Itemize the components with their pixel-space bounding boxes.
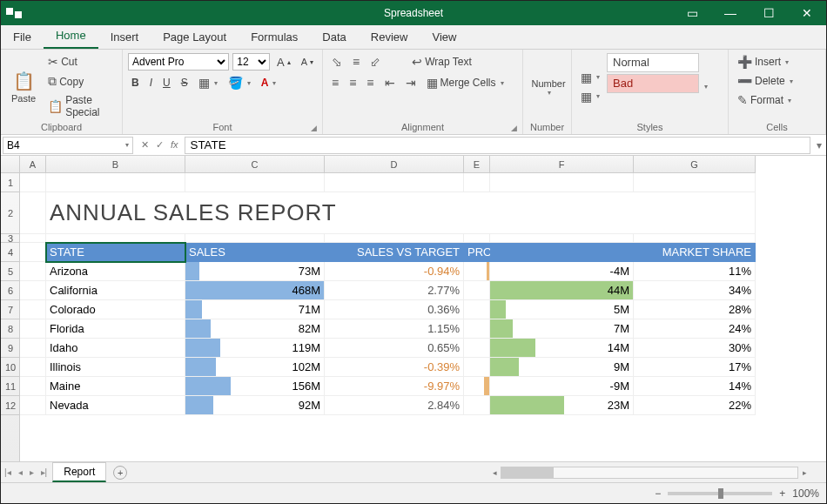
hscroll-thumb[interactable] <box>501 467 554 478</box>
enter-formula-button[interactable]: ✓ <box>153 139 166 151</box>
name-box[interactable]: B4▾ <box>3 137 133 154</box>
zoom-in-button[interactable]: + <box>779 487 785 500</box>
cell-profit[interactable]: 14M <box>490 339 634 358</box>
cell-profit-bar-neg[interactable] <box>464 396 490 415</box>
cell-profit[interactable]: 7M <box>490 319 634 339</box>
cell-sales[interactable]: 119M <box>185 339 325 358</box>
sheet-nav-prev-button[interactable]: ◂ <box>15 467 26 477</box>
col-header-G[interactable]: G <box>634 156 756 173</box>
font-name-select[interactable]: Advent Pro <box>128 53 229 71</box>
row-header-11[interactable]: 11 <box>1 377 20 396</box>
copy-button[interactable]: ⧉Copy <box>44 72 117 91</box>
hscroll-right-button[interactable]: ▸ <box>798 468 810 477</box>
cell-market-share[interactable]: 34% <box>634 281 756 300</box>
cell-state[interactable]: Arizona <box>46 262 185 281</box>
merge-cells-button[interactable]: ▦Merge Cells▾ <box>423 74 508 91</box>
cell-sales[interactable]: 102M <box>185 358 325 377</box>
expand-formula-icon[interactable]: ▾ <box>812 139 826 151</box>
namebox-dropdown-icon[interactable]: ▾ <box>125 141 129 149</box>
cell-sales-vs-target[interactable]: -9.97% <box>325 377 464 396</box>
cell-market-share[interactable]: 17% <box>634 358 756 377</box>
align-top-button[interactable]: ⬂ <box>328 53 346 71</box>
wrap-text-button[interactable]: ↩Wrap Text <box>408 53 475 71</box>
underline-button[interactable]: U <box>159 75 174 91</box>
sheet-nav-last-button[interactable]: ▸| <box>37 467 51 477</box>
cell-style-bad[interactable]: Bad <box>607 74 699 93</box>
cell-sales-vs-target[interactable]: 0.65% <box>325 339 464 358</box>
row-header-1[interactable]: 1 <box>1 173 20 192</box>
cell-profit-bar-neg[interactable] <box>464 262 490 281</box>
cell-profit[interactable]: 5M <box>490 300 634 319</box>
zoom-slider[interactable] <box>668 492 772 495</box>
cell-sales[interactable]: 82M <box>185 319 325 339</box>
cell-market-share[interactable]: 28% <box>634 300 756 319</box>
align-left-button[interactable]: ≡ <box>328 74 342 91</box>
cell-profit[interactable]: 9M <box>490 358 634 377</box>
tab-home[interactable]: Home <box>44 24 98 49</box>
cut-button[interactable]: ✂Cut <box>44 53 117 71</box>
cell-state[interactable]: Colorado <box>46 300 185 319</box>
header-state[interactable]: STATE <box>46 243 185 262</box>
cell-market-share[interactable]: 14% <box>634 377 756 396</box>
cancel-formula-button[interactable]: ✕ <box>138 139 151 151</box>
font-color-button[interactable]: A▾ <box>258 75 280 91</box>
cell-sales[interactable]: 468M <box>185 281 325 300</box>
cell-state[interactable]: Maine <box>46 377 185 396</box>
formula-input[interactable] <box>185 137 810 154</box>
col-header-D[interactable]: D <box>325 156 464 173</box>
tab-file[interactable]: File <box>1 26 44 49</box>
zoom-level[interactable]: 100% <box>792 487 819 500</box>
cell-profit-bar-neg[interactable] <box>464 281 490 300</box>
decrease-indent-button[interactable]: ⇤ <box>381 74 399 91</box>
cell-market-share[interactable]: 22% <box>634 396 756 415</box>
cell-market-share[interactable]: 24% <box>634 319 756 339</box>
cell-state[interactable]: Idaho <box>46 339 185 358</box>
header-profit-blank[interactable] <box>490 243 634 262</box>
number-format-button[interactable]: Number ▾ <box>528 53 568 120</box>
select-all-corner[interactable] <box>1 156 20 173</box>
cell-profit[interactable]: 23M <box>490 396 634 415</box>
cell-state[interactable]: Florida <box>46 319 185 339</box>
cell-profit-bar-neg[interactable] <box>464 319 490 339</box>
cell-profit-bar-neg[interactable] <box>464 377 490 396</box>
cell-sales-vs-target[interactable]: -0.94% <box>325 262 464 281</box>
sheet-tab-report[interactable]: Report <box>52 462 106 482</box>
sheet-nav-first-button[interactable]: |◂ <box>1 467 15 477</box>
cell-market-share[interactable]: 11% <box>634 262 756 281</box>
italic-button[interactable]: I <box>146 75 156 91</box>
align-right-button[interactable]: ≡ <box>363 74 377 91</box>
borders-button[interactable]: ▦▾ <box>195 74 221 91</box>
increase-indent-button[interactable]: ⇥ <box>402 74 420 91</box>
strike-button[interactable]: S <box>178 75 192 91</box>
cell-profit[interactable]: -4M <box>490 262 634 281</box>
conditional-format-button[interactable]: ▦▾ <box>577 69 603 86</box>
tab-data[interactable]: Data <box>310 26 358 49</box>
insert-function-button[interactable]: fx <box>168 139 181 151</box>
paste-special-button[interactable]: 📋Paste Special <box>44 92 117 120</box>
row-header-5[interactable]: 5 <box>1 262 20 281</box>
cell-sales[interactable]: 73M <box>185 262 325 281</box>
cell-sales[interactable]: 92M <box>185 396 325 415</box>
cell-sales-vs-target[interactable]: 1.15% <box>325 319 464 339</box>
cell-profit-bar-neg[interactable] <box>464 300 490 319</box>
styles-more-icon[interactable]: ▾ <box>704 83 708 91</box>
row-header-12[interactable]: 12 <box>1 396 20 415</box>
alignment-launcher-icon[interactable]: ◢ <box>511 124 517 132</box>
header-sales[interactable]: SALES <box>185 243 325 262</box>
cell-state[interactable]: California <box>46 281 185 300</box>
font-launcher-icon[interactable]: ◢ <box>311 124 317 132</box>
font-size-select[interactable]: 12 <box>232 53 270 71</box>
row-header-8[interactable]: 8 <box>1 319 20 339</box>
cell-market-share[interactable]: 30% <box>634 339 756 358</box>
paste-button[interactable]: 📋 Paste <box>6 53 41 120</box>
cell-sales-vs-target[interactable]: 0.36% <box>325 300 464 319</box>
increase-font-button[interactable]: A▴ <box>273 54 294 71</box>
row-header-9[interactable]: 9 <box>1 339 20 358</box>
tab-insert[interactable]: Insert <box>98 26 151 49</box>
align-middle-button[interactable]: ≡ <box>349 53 363 71</box>
cell-state[interactable]: Illinois <box>46 358 185 377</box>
col-header-C[interactable]: C <box>185 156 325 173</box>
format-as-table-button[interactable]: ▦▾ <box>577 88 603 105</box>
align-bottom-button[interactable]: ⬃ <box>366 53 384 71</box>
col-header-A[interactable]: A <box>20 156 46 173</box>
